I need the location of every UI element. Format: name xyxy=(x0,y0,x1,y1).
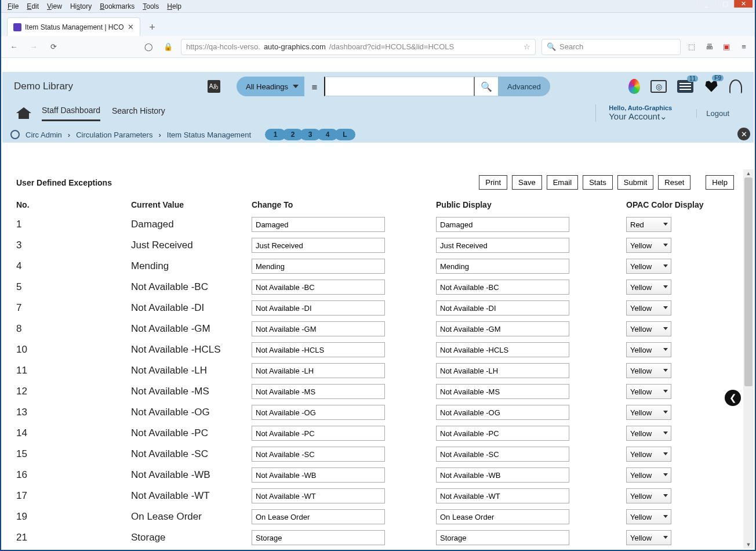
opac-color-select[interactable]: Yellow xyxy=(626,426,671,441)
security-icon[interactable]: ▣ xyxy=(721,42,732,52)
opac-color-select[interactable]: Yellow xyxy=(626,530,671,545)
change-to-input[interactable] xyxy=(252,321,385,336)
shield-icon[interactable]: ◯ xyxy=(141,40,155,54)
change-to-input[interactable] xyxy=(252,259,385,274)
bookmark-star-icon[interactable]: ☆ xyxy=(524,42,530,51)
window-minimize[interactable]: _ xyxy=(697,0,715,8)
balloon-icon[interactable] xyxy=(628,79,640,94)
nav-forward-button[interactable]: → xyxy=(27,40,41,54)
change-to-input[interactable] xyxy=(252,342,385,357)
account-box[interactable]: Hello, Auto-Graphics Your Account⌄ xyxy=(595,104,685,122)
email-button[interactable]: Email xyxy=(547,175,579,190)
url-input[interactable]: https://qa-hcols-verso.auto-graphics.com… xyxy=(181,39,536,55)
public-display-input[interactable] xyxy=(436,321,569,336)
vertical-scrollbar[interactable]: ▲ ▼ xyxy=(743,169,754,549)
submit-button[interactable]: Submit xyxy=(617,175,653,190)
catalog-search-input[interactable] xyxy=(324,77,475,96)
crumb-circ-admin[interactable]: Circ Admin xyxy=(26,130,62,139)
menu-view[interactable]: View xyxy=(43,1,66,12)
save-button[interactable]: Save xyxy=(512,175,542,190)
opac-color-select[interactable]: Yellow xyxy=(626,363,671,378)
opac-color-select[interactable]: Yellow xyxy=(626,447,671,462)
opac-color-select[interactable]: Yellow xyxy=(626,238,671,253)
public-display-input[interactable] xyxy=(436,426,569,441)
nav-staff-dashboard[interactable]: Staff Dashboard xyxy=(42,106,100,121)
change-to-input[interactable] xyxy=(252,488,385,503)
crumb-circ-params[interactable]: Circulation Parameters xyxy=(76,130,152,139)
menu-help[interactable]: Help xyxy=(163,1,186,12)
change-to-input[interactable] xyxy=(252,447,385,462)
opac-color-select[interactable]: Yellow xyxy=(626,280,671,295)
opac-color-select[interactable]: Yellow xyxy=(626,509,671,524)
menu-edit[interactable]: Edit xyxy=(23,1,43,12)
logout-link[interactable]: Logout xyxy=(696,109,739,118)
page-last[interactable]: L xyxy=(335,129,355,140)
opac-color-select[interactable]: Red xyxy=(626,217,671,232)
advanced-search-button[interactable]: Advanced xyxy=(498,77,550,96)
scroll-thumb[interactable] xyxy=(744,177,753,386)
home-icon[interactable] xyxy=(17,107,30,119)
scroll-down-icon[interactable]: ▼ xyxy=(743,541,754,549)
nav-reload-button[interactable]: ⟳ xyxy=(46,40,60,54)
new-tab-button[interactable]: + xyxy=(144,19,161,36)
menu-file[interactable]: File xyxy=(3,1,23,12)
change-to-input[interactable] xyxy=(252,530,385,545)
close-panel-icon[interactable]: ✕ xyxy=(737,128,750,140)
pocket-icon[interactable]: ⬚ xyxy=(686,42,697,52)
change-to-input[interactable] xyxy=(252,467,385,483)
browser-search-input[interactable]: 🔍 Search xyxy=(541,39,681,55)
reset-button[interactable]: Reset xyxy=(658,175,690,190)
browser-tab[interactable]: Item Status Management | HCO ✕ xyxy=(7,17,140,36)
crumb-item-status[interactable]: Item Status Management xyxy=(167,130,251,139)
stats-button[interactable]: Stats xyxy=(583,175,613,190)
public-display-input[interactable] xyxy=(436,509,569,524)
menu-bookmarks[interactable]: Bookmarks xyxy=(96,1,139,12)
change-to-input[interactable] xyxy=(252,280,385,295)
public-display-input[interactable] xyxy=(436,467,569,483)
change-to-input[interactable] xyxy=(252,238,385,253)
change-to-input[interactable] xyxy=(252,405,385,420)
window-close[interactable]: ✕ xyxy=(734,0,753,8)
opac-color-select[interactable]: Yellow xyxy=(626,300,671,316)
public-display-input[interactable] xyxy=(436,217,569,232)
help-button[interactable]: Help xyxy=(706,175,734,190)
scroll-up-icon[interactable]: ▲ xyxy=(743,169,754,177)
change-to-input[interactable] xyxy=(252,384,385,399)
change-to-input[interactable] xyxy=(252,300,385,316)
public-display-input[interactable] xyxy=(436,405,569,420)
change-to-input[interactable] xyxy=(252,217,385,232)
menu-history[interactable]: History xyxy=(66,1,96,12)
tab-close-icon[interactable]: ✕ xyxy=(128,23,134,31)
your-account-dropdown[interactable]: Your Account⌄ xyxy=(609,111,672,122)
print-icon[interactable]: 🖶 xyxy=(704,42,714,52)
public-display-input[interactable] xyxy=(436,259,569,274)
public-display-input[interactable] xyxy=(436,300,569,316)
list-icon[interactable] xyxy=(677,80,693,93)
search-scope-dropdown[interactable]: All Headings xyxy=(237,77,304,96)
change-to-input[interactable] xyxy=(252,509,385,524)
database-icon[interactable]: ≣ xyxy=(304,77,324,96)
window-maximize[interactable]: ▢ xyxy=(715,0,734,8)
opac-color-select[interactable]: Yellow xyxy=(626,259,671,274)
public-display-input[interactable] xyxy=(436,280,569,295)
gear-icon[interactable] xyxy=(10,130,20,139)
film-icon[interactable]: ◎ xyxy=(650,80,667,93)
nav-search-history[interactable]: Search History xyxy=(112,106,165,120)
search-submit-button[interactable]: 🔍 xyxy=(475,77,498,96)
opac-color-select[interactable]: Yellow xyxy=(626,342,671,357)
public-display-input[interactable] xyxy=(436,488,569,503)
public-display-input[interactable] xyxy=(436,238,569,253)
public-display-input[interactable] xyxy=(436,363,569,378)
favorites-icon[interactable] xyxy=(704,79,719,93)
public-display-input[interactable] xyxy=(436,447,569,462)
public-display-input[interactable] xyxy=(436,530,569,545)
translate-icon[interactable]: Aあ xyxy=(208,80,220,93)
nav-back-button[interactable]: ← xyxy=(7,40,21,54)
print-button[interactable]: Print xyxy=(479,175,507,190)
public-display-input[interactable] xyxy=(436,342,569,357)
opac-color-select[interactable]: Yellow xyxy=(626,488,671,503)
menu-tools[interactable]: Tools xyxy=(139,1,163,12)
public-display-input[interactable] xyxy=(436,384,569,399)
opac-color-select[interactable]: Yellow xyxy=(626,384,671,399)
hamburger-menu-icon[interactable]: ≡ xyxy=(739,42,749,52)
